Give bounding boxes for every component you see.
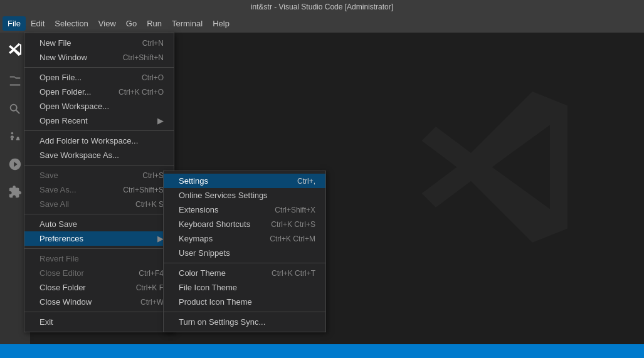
title-bar-text: int&str - Visual Studio Code [Administra… — [251, 3, 393, 11]
menu-add-folder[interactable]: Add Folder to Workspace... — [24, 134, 174, 148]
prefs-sep-1 — [164, 263, 325, 263]
menu-close-window[interactable]: Close Window Ctrl+W — [24, 295, 174, 309]
activity-icon-extensions[interactable] — [4, 181, 26, 203]
menu-preferences[interactable]: Preferences ▶ — [24, 231, 174, 246]
menu-item-run[interactable]: Run — [142, 16, 167, 31]
menu-item-view[interactable]: View — [93, 16, 121, 31]
menu-save: Save Ctrl+S — [24, 168, 174, 182]
menu-new-file[interactable]: New File Ctrl+N — [24, 36, 174, 50]
prefs-product-icon-theme[interactable]: Product Icon Theme — [164, 295, 325, 309]
prefs-sep-2 — [164, 312, 325, 312]
prefs-extensions[interactable]: Extensions Ctrl+Shift+X — [164, 203, 325, 217]
file-menu-dropdown: New File Ctrl+N New Window Ctrl+Shift+N … — [24, 33, 174, 332]
prefs-file-icon-theme[interactable]: File Icon Theme — [164, 280, 325, 295]
menu-exit[interactable]: Exit — [24, 315, 174, 329]
menu-open-workspace[interactable]: Open Workspace... — [24, 99, 174, 113]
separator-1 — [24, 67, 174, 68]
separator-2 — [24, 130, 174, 131]
menu-save-all: Save All Ctrl+K S — [24, 197, 174, 211]
activity-icon-logo — [4, 38, 26, 60]
prefs-turn-on-sync[interactable]: Turn on Settings Sync... — [164, 315, 325, 329]
prefs-settings[interactable]: Settings Ctrl+, — [164, 174, 325, 188]
vscode-background-logo — [418, 83, 594, 258]
activity-icon-debug[interactable] — [4, 153, 26, 176]
menu-bar: File Edit Selection View Go Run Terminal… — [0, 14, 644, 33]
title-bar: int&str - Visual Studio Code [Administra… — [0, 0, 644, 14]
status-bar — [0, 344, 644, 358]
prefs-color-theme[interactable]: Color Theme Ctrl+K Ctrl+T — [164, 266, 325, 280]
menu-revert-file: Revert File — [24, 251, 174, 266]
prefs-user-snippets[interactable]: User Snippets — [164, 246, 325, 260]
menu-new-window[interactable]: New Window Ctrl+Shift+N — [24, 50, 174, 65]
menu-item-help[interactable]: Help — [208, 16, 235, 31]
separator-4 — [24, 214, 174, 214]
menu-close-editor: Close Editor Ctrl+F4 — [24, 266, 174, 280]
prefs-keymaps[interactable]: Keymaps Ctrl+K Ctrl+M — [164, 231, 325, 246]
menu-open-file[interactable]: Open File... Ctrl+O — [24, 70, 174, 85]
preferences-submenu: Settings Ctrl+, Online Services Settings… — [163, 171, 326, 332]
chevron-right-icon: ▶ — [157, 116, 164, 125]
separator-6 — [24, 312, 174, 312]
menu-item-terminal[interactable]: Terminal — [167, 16, 208, 31]
separator-5 — [24, 248, 174, 249]
activity-icon-source-control[interactable] — [4, 125, 26, 148]
menu-save-workspace[interactable]: Save Workspace As... — [24, 148, 174, 162]
separator-3 — [24, 165, 174, 166]
activity-icon-explorer[interactable] — [4, 70, 26, 93]
menu-close-folder[interactable]: Close Folder Ctrl+K F — [24, 280, 174, 295]
menu-item-go[interactable]: Go — [121, 16, 142, 31]
menu-save-as: Save As... Ctrl+Shift+S — [24, 182, 174, 197]
menu-item-file[interactable]: File — [3, 16, 26, 31]
menu-item-edit[interactable]: Edit — [26, 16, 50, 31]
menu-open-recent[interactable]: Open Recent ▶ — [24, 113, 174, 128]
menu-open-folder[interactable]: Open Folder... Ctrl+K Ctrl+O — [24, 85, 174, 99]
activity-icon-search[interactable] — [4, 98, 26, 120]
menu-auto-save[interactable]: Auto Save — [24, 217, 174, 231]
menu-item-selection[interactable]: Selection — [50, 16, 93, 31]
prefs-keyboard-shortcuts[interactable]: Keyboard Shortcuts Ctrl+K Ctrl+S — [164, 217, 325, 231]
prefs-online-services[interactable]: Online Services Settings — [164, 188, 325, 203]
